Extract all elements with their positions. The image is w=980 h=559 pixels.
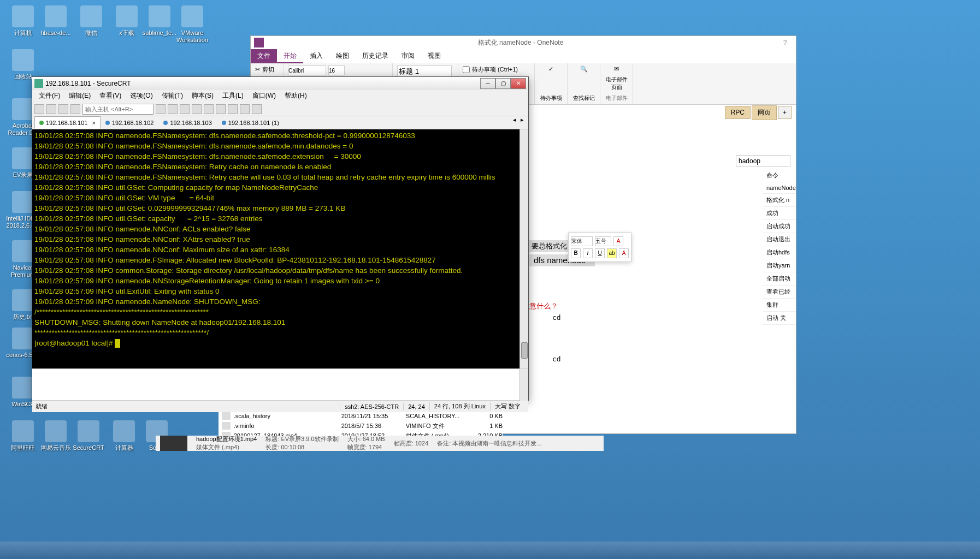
onenote-titlebar[interactable]: 格式化 nameNode - OneNote ?: [251, 36, 796, 49]
font-name-input[interactable]: [288, 66, 326, 75]
securecrt-titlebar[interactable]: 192.168.18.101 - SecureCRT ─ ▢ ✕: [32, 77, 528, 90]
scissors-icon[interactable]: ✂: [255, 66, 260, 73]
icon-label: 微信: [74, 29, 109, 37]
app-icon: [12, 420, 34, 442]
toolbar-btn-9[interactable]: [204, 104, 214, 114]
tab-view[interactable]: 视图: [421, 49, 447, 63]
toolbar-btn-2[interactable]: [46, 104, 56, 114]
file-row[interactable]: .scala_history2018/11/21 15:35SCALA_HIST…: [219, 411, 503, 421]
toolbar-btn-1[interactable]: [34, 104, 44, 114]
onenote-icon: [254, 38, 264, 47]
section-tab-web[interactable]: 网页: [752, 105, 777, 120]
bold-btn[interactable]: B: [571, 248, 581, 258]
menu-item[interactable]: 脚本(S): [187, 90, 218, 102]
tab-insert[interactable]: 插入: [303, 49, 329, 63]
desktop-icon[interactable]: 计算机: [5, 5, 40, 37]
toolbar-btn-6[interactable]: [168, 104, 178, 114]
heading-style[interactable]: [397, 66, 452, 77]
cmd-scrollbar[interactable]: [519, 369, 528, 401]
menu-item[interactable]: 工具(L): [218, 90, 248, 102]
desktop-icon[interactable]: VMware Workstation: [175, 5, 210, 44]
toolbar-btn-4[interactable]: [70, 104, 80, 114]
section-tab-rpc[interactable]: RPC: [725, 106, 751, 119]
font-color-btn[interactable]: A: [619, 248, 629, 258]
menu-item[interactable]: 窗口(W): [248, 90, 280, 102]
page-item[interactable]: 格式化 n: [763, 194, 796, 207]
desktop-icon[interactable]: x下载: [109, 5, 144, 37]
session-tab[interactable]: 192.168.18.101×: [34, 116, 101, 129]
maximize-button[interactable]: ▢: [495, 78, 511, 89]
email-btn[interactable]: ✉: [605, 66, 628, 73]
toolbar-btn-12[interactable]: [240, 104, 250, 114]
tab-draw[interactable]: 绘图: [329, 49, 356, 63]
taskbar[interactable]: [0, 542, 980, 559]
desktop-icon[interactable]: 计算器: [107, 420, 141, 451]
app-icon: [12, 98, 34, 120]
toolbar-btn-3[interactable]: [58, 104, 68, 114]
tab-arrow-right-icon[interactable]: ▸: [518, 116, 526, 129]
tab-close-icon[interactable]: ×: [92, 120, 95, 126]
page-item[interactable]: 启动 关: [763, 312, 796, 325]
page-item[interactable]: 全部启动: [763, 272, 796, 286]
tab-review[interactable]: 审阅: [395, 49, 421, 63]
page-item[interactable]: 成功: [763, 207, 796, 220]
app-icon: [45, 5, 67, 27]
page-item[interactable]: 启动hdfs: [763, 246, 796, 259]
find-tags-btn[interactable]: 🔍: [572, 66, 595, 73]
help-icon[interactable]: [252, 104, 262, 114]
tab-home[interactable]: 开始: [277, 49, 303, 63]
scroll-thumb[interactable]: [521, 342, 528, 359]
desktop-icon[interactable]: SecureCRT: [71, 420, 106, 451]
desktop-icon[interactable]: hbase-de...: [38, 5, 73, 37]
float-size[interactable]: [595, 236, 611, 246]
desktop-icon[interactable]: sublime_te...: [142, 5, 177, 37]
font-color-a-icon[interactable]: A: [613, 236, 623, 246]
tab-file[interactable]: 文件: [251, 49, 277, 63]
help-icon[interactable]: ?: [774, 39, 796, 46]
page-item[interactable]: 启动yarn: [763, 259, 796, 272]
close-button[interactable]: ✕: [511, 78, 526, 89]
menu-item[interactable]: 帮助(H): [280, 90, 311, 102]
tab-label: 192.168.18.101: [46, 120, 87, 126]
menu-item[interactable]: 传输(T): [157, 90, 187, 102]
page-item[interactable]: 启动退出: [763, 233, 796, 246]
todo-checkbox[interactable]: [463, 66, 470, 73]
italic-btn[interactable]: I: [583, 248, 593, 258]
toolbar-btn-7[interactable]: [180, 104, 190, 114]
page-item[interactable]: 命令: [763, 169, 796, 182]
float-font[interactable]: [571, 236, 593, 246]
menu-item[interactable]: 文件(F): [34, 90, 64, 102]
cmd-panel[interactable]: [32, 368, 528, 400]
todo-btn[interactable]: ✓: [539, 66, 563, 73]
minimize-button[interactable]: ─: [480, 78, 495, 89]
highlight-btn[interactable]: ab: [607, 248, 617, 258]
page-item[interactable]: 集群: [763, 299, 796, 312]
underline-btn[interactable]: U: [595, 248, 605, 258]
page-item[interactable]: nameNode: [763, 182, 796, 194]
font-size-input[interactable]: [328, 66, 345, 75]
page-item[interactable]: 查看已经: [763, 286, 796, 299]
session-tab[interactable]: 192.168.18.102: [101, 116, 158, 129]
desktop-icon[interactable]: 回收站: [5, 49, 40, 80]
file-row[interactable]: .viminfo2018/5/7 15:36VIMINFO 文件1 KB: [219, 421, 503, 431]
section-tab-add[interactable]: +: [778, 106, 792, 119]
desktop-icon[interactable]: 网易云音乐: [38, 420, 73, 451]
desktop-icon[interactable]: 微信: [74, 5, 109, 37]
session-tab[interactable]: 192.168.18.101 (1): [217, 116, 284, 129]
tab-label: 192.168.18.103: [170, 120, 211, 126]
desktop-icon[interactable]: 阿里旺旺: [5, 420, 40, 451]
toolbar-btn-5[interactable]: [156, 104, 166, 114]
terminal[interactable]: 19/01/28 02:57:08 INFO namenode.FSNamesy…: [32, 129, 528, 368]
session-tab[interactable]: 192.168.18.103: [158, 116, 216, 129]
menu-item[interactable]: 选项(O): [126, 90, 157, 102]
host-input[interactable]: [82, 104, 154, 115]
toolbar-btn-8[interactable]: [192, 104, 202, 114]
tab-arrow-left-icon[interactable]: ◂: [511, 116, 518, 129]
toolbar-btn-11[interactable]: [228, 104, 238, 114]
page-item[interactable]: 启动成功: [763, 220, 796, 233]
tab-history[interactable]: 历史记录: [356, 49, 395, 63]
menu-item[interactable]: 查看(V): [95, 90, 126, 102]
menu-item[interactable]: 编辑(E): [64, 90, 95, 102]
toolbar-btn-10[interactable]: [216, 104, 226, 114]
terminal-scrollbar[interactable]: [519, 129, 528, 368]
